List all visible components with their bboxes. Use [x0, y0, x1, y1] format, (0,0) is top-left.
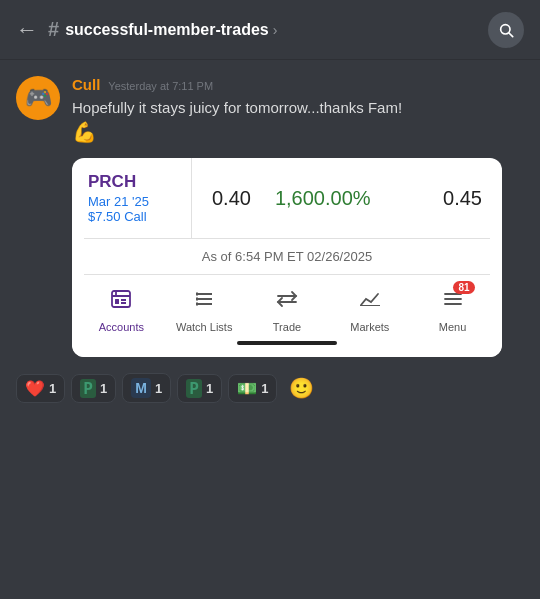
trade-price: 0.40: [212, 187, 251, 210]
nav-item-accounts[interactable]: Accounts: [91, 287, 151, 333]
menu-badge-wrap: 81: [441, 287, 465, 317]
markets-icon: [358, 287, 382, 317]
trade-card-top: PRCH Mar 21 '25 $7.50 Call 0.40 1,600.00…: [72, 158, 502, 238]
trade-icon: [275, 287, 299, 317]
nav-item-markets[interactable]: Markets: [340, 287, 400, 333]
nav-item-trade[interactable]: Trade: [257, 287, 317, 333]
p2-emoji: P: [186, 379, 202, 398]
menu-icon: [441, 291, 465, 316]
reaction-dollar[interactable]: 💵 1: [228, 374, 277, 403]
message-emoji: 💪: [72, 121, 97, 143]
trade-current-price: 0.45: [443, 187, 482, 210]
trade-symbol-col: PRCH Mar 21 '25 $7.50 Call: [72, 158, 192, 238]
avatar: 🎮: [16, 76, 60, 120]
reaction-green-p[interactable]: P 1: [71, 374, 116, 403]
username: Cull: [72, 76, 100, 93]
trade-card: PRCH Mar 21 '25 $7.50 Call 0.40 1,600.00…: [72, 158, 502, 357]
nav-item-watch-lists[interactable]: Watch Lists: [174, 287, 234, 333]
trade-symbol: PRCH: [88, 172, 175, 192]
search-icon: [498, 22, 514, 38]
channel-header: ← # successful-member-trades ›: [0, 0, 540, 60]
message-timestamp: Yesterday at 7:11 PM: [108, 80, 213, 92]
message-row: 🎮 Cull Yesterday at 7:11 PM Hopefully it…: [16, 76, 524, 146]
menu-badge: 81: [453, 281, 474, 294]
reaction-heart[interactable]: ❤️ 1: [16, 374, 65, 403]
add-reaction-button[interactable]: 🙂: [283, 374, 320, 402]
svg-line-1: [509, 33, 513, 37]
watchlists-icon: [192, 287, 216, 317]
trade-strike: $7.50 Call: [88, 209, 175, 224]
dollar-count: 1: [261, 381, 268, 396]
svg-rect-7: [115, 299, 119, 304]
channel-name: successful-member-trades: [65, 21, 269, 39]
green-p-emoji: P: [80, 379, 96, 398]
reaction-m[interactable]: M 1: [122, 373, 171, 403]
markets-label: Markets: [350, 321, 389, 333]
nav-item-menu[interactable]: 81 Menu: [423, 287, 483, 333]
message-header: Cull Yesterday at 7:11 PM: [72, 76, 524, 93]
watchlists-label: Watch Lists: [176, 321, 232, 333]
heart-emoji: ❤️: [25, 379, 45, 398]
trade-as-of: As of 6:54 PM ET 02/26/2025: [72, 239, 502, 274]
trade-label: Trade: [273, 321, 301, 333]
trade-date: Mar 21 '25: [88, 194, 175, 209]
brokerage-nav: Accounts Watch Lists: [72, 275, 502, 357]
reactions-row: ❤️ 1 P 1 M 1 P 1 💵 1 🙂: [0, 361, 540, 415]
channel-hash-icon: #: [48, 18, 59, 41]
back-button[interactable]: ←: [16, 17, 38, 43]
nav-items: Accounts Watch Lists: [72, 283, 502, 333]
trade-data-col: 0.40 1,600.00% 0.45: [192, 158, 502, 238]
bottom-bar: [237, 341, 337, 345]
heart-count: 1: [49, 381, 56, 396]
discord-avatar-icon: 🎮: [25, 85, 52, 111]
green-p-count: 1: [100, 381, 107, 396]
reaction-p2[interactable]: P 1: [177, 374, 222, 403]
svg-rect-2: [112, 291, 130, 307]
m-count: 1: [155, 381, 162, 396]
accounts-icon: [109, 287, 133, 317]
message-content: Cull Yesterday at 7:11 PM Hopefully it s…: [72, 76, 524, 146]
p2-count: 1: [206, 381, 213, 396]
menu-label: Menu: [439, 321, 467, 333]
m-emoji: M: [131, 378, 151, 398]
channel-chevron-icon: ›: [273, 22, 278, 38]
search-button[interactable]: [488, 12, 524, 48]
dollar-emoji: 💵: [237, 379, 257, 398]
accounts-label: Accounts: [99, 321, 144, 333]
svg-rect-16: [360, 305, 380, 306]
message-text: Hopefully it stays juicy for tomorrow...…: [72, 97, 524, 146]
message-area: 🎮 Cull Yesterday at 7:11 PM Hopefully it…: [0, 60, 540, 357]
trade-percent: 1,600.00%: [275, 187, 371, 210]
